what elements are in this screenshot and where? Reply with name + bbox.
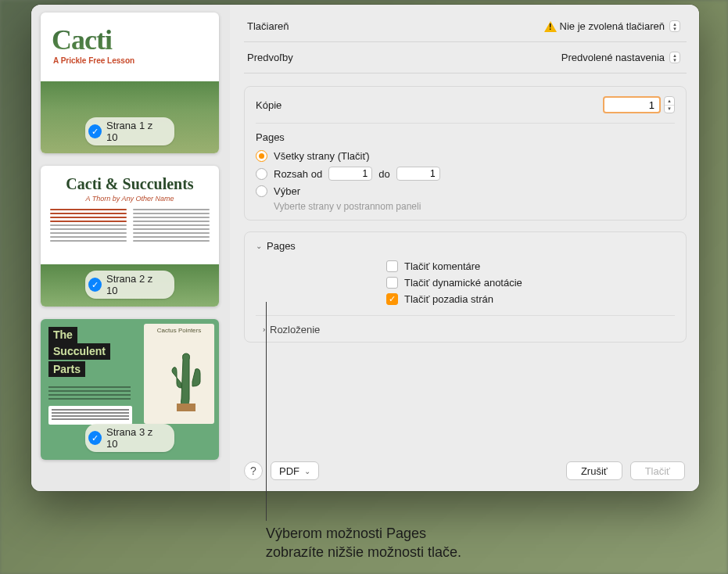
radio-range[interactable]: Rozsah od do [256, 164, 675, 183]
print-options-pane: Tlačiareň Nie je zvolená tlačiareň ▲▼ Pr… [230, 5, 699, 491]
presets-row: Predvoľby Predvolené nastavenia ▲▼ [244, 42, 687, 74]
printer-value: Nie je zvolená tlačiareň [560, 20, 665, 32]
app-pages-heading: Pages [267, 240, 296, 252]
copies-row: Kópie ▲ ▼ [256, 96, 675, 124]
chevron-right-icon: ⌄ [258, 327, 267, 333]
chevron-down-icon: ⌄ [256, 242, 262, 250]
print-backgrounds-label: Tlačiť pozadia strán [404, 293, 493, 305]
print-dialog: Cacti A Prickle Free Lesson ✓ Strana 1 z… [31, 5, 699, 491]
selection-hint: Vyberte strany v postrannom paneli [274, 201, 675, 212]
radio-icon[interactable] [256, 185, 267, 197]
thumbnail-page-2[interactable]: Cacti & Succulents A Thorn by Any Other … [41, 166, 219, 307]
thumb3-right-card: Cactus Pointers [144, 324, 214, 424]
chevron-down-icon: ⌄ [304, 467, 310, 475]
callout-leader-line [266, 302, 267, 521]
help-button[interactable]: ? [244, 461, 263, 480]
presets-popup[interactable]: Predvolené nastavenia ▲▼ [558, 52, 683, 63]
cancel-label: Zrušiť [581, 465, 608, 477]
radio-range-to-label: do [378, 168, 389, 180]
callout-line2: zobrazíte nižšie možnosti tlače. [266, 544, 461, 560]
dialog-bottom-bar: ? PDF ⌄ Zrušiť Tlačiť [244, 450, 687, 482]
checkmark-icon: ✓ [88, 278, 102, 292]
thumb1-badge-label: Strana 1 z 10 [106, 120, 163, 143]
copies-stepper[interactable]: ▲ ▼ [664, 96, 675, 113]
print-button[interactable]: Tlačiť [630, 461, 685, 480]
layout-disclosure[interactable]: ⌄ Rozloženie [256, 315, 675, 335]
callout-line1: Výberom možnosti Pages [266, 526, 426, 541]
svg-rect-0 [177, 404, 195, 411]
copies-label: Kópie [256, 99, 282, 111]
stepper-down-icon[interactable]: ▼ [665, 106, 674, 113]
chevrons-up-down-icon: ▲▼ [669, 20, 680, 32]
presets-label: Predvoľby [247, 52, 293, 63]
app-pages-options: ⌄ Pages Tlačiť komentáre Tlačiť dynamick… [244, 231, 687, 343]
print-annotations-label: Tlačiť dynamické anotácie [404, 277, 522, 289]
presets-value: Predvolené nastavenia [561, 52, 665, 63]
thumb3-right-title: Cactus Pointers [144, 327, 214, 334]
copies-input[interactable] [603, 96, 661, 113]
thumb3-title2: Succulent [48, 343, 110, 360]
cancel-button[interactable]: Zrušiť [566, 461, 622, 480]
radio-all-label: Všetky strany (Tlačiť) [274, 150, 370, 162]
printer-popup[interactable]: Nie je zvolená tlačiareň ▲▼ [557, 20, 683, 32]
thumb3-title1: The [48, 327, 77, 343]
printer-label: Tlačiareň [247, 20, 289, 32]
layout-heading: Rozloženie [270, 324, 320, 335]
app-pages-disclosure[interactable]: ⌄ Pages [256, 240, 675, 252]
radio-selection-label: Výber [274, 185, 300, 197]
checkmark-icon: ✓ [88, 124, 102, 138]
copies-pages-section: Kópie ▲ ▼ Pages Všetky strany (Tlačiť) R… [244, 86, 687, 221]
cactus-icon [166, 352, 205, 414]
radio-selection[interactable]: Výber [256, 183, 675, 199]
chevrons-up-down-icon: ▲▼ [669, 52, 680, 63]
print-label: Tlačiť [645, 465, 670, 477]
check-print-comments[interactable]: Tlačiť komentáre [256, 258, 675, 274]
pdf-label: PDF [279, 465, 299, 477]
thumb2-text-cols [41, 203, 219, 244]
thumb2-subtitle: A Thorn by Any Other Name [41, 195, 219, 203]
thumb3-badge: ✓ Strana 3 z 10 [85, 424, 174, 452]
thumb1-subtitle: A Prickle Free Lesson [53, 56, 219, 65]
thumb1-title: Cacti [52, 23, 219, 56]
thumb2-badge: ✓ Strana 2 z 10 [85, 271, 174, 299]
print-comments-label: Tlačiť komentáre [404, 260, 480, 272]
thumbnail-page-1[interactable]: Cacti A Prickle Free Lesson ✓ Strana 1 z… [41, 13, 219, 153]
radio-range-from-label: Rozsah od [274, 168, 322, 180]
radio-icon[interactable] [256, 168, 267, 180]
checkbox-icon[interactable] [386, 277, 398, 289]
range-to-input[interactable] [396, 167, 440, 181]
radio-all-pages[interactable]: Všetky strany (Tlačiť) [256, 148, 675, 164]
thumbnail-page-3[interactable]: The Succulent Parts Cactus Pointers ✓ [41, 319, 219, 460]
help-icon: ? [250, 465, 256, 477]
pdf-menu-button[interactable]: PDF ⌄ [271, 461, 319, 480]
page-thumbnail-sidebar[interactable]: Cacti A Prickle Free Lesson ✓ Strana 1 z… [31, 5, 230, 491]
callout-text: Výberom možnosti Pages zobrazíte nižšie … [266, 524, 461, 562]
checkmark-icon: ✓ [88, 431, 102, 445]
printer-row: Tlačiareň Nie je zvolená tlačiareň ▲▼ [244, 16, 687, 42]
checkbox-icon[interactable] [386, 260, 398, 272]
thumb3-badge-label: Strana 3 z 10 [106, 426, 163, 450]
checkbox-icon[interactable]: ✓ [386, 293, 398, 305]
stepper-up-icon[interactable]: ▲ [665, 97, 674, 106]
radio-icon[interactable] [256, 150, 267, 162]
warning-icon [544, 21, 557, 32]
check-print-backgrounds[interactable]: ✓ Tlačiť pozadia strán [256, 291, 675, 307]
thumb2-badge-label: Strana 2 z 10 [106, 273, 163, 296]
range-from-input[interactable] [328, 167, 372, 181]
pages-heading: Pages [256, 131, 675, 143]
thumb2-title: Cacti & Succulents [41, 175, 219, 193]
thumb1-badge: ✓ Strana 1 z 10 [85, 117, 174, 145]
check-print-annotations[interactable]: Tlačiť dynamické anotácie [256, 274, 675, 291]
thumb3-title3: Parts [48, 361, 85, 377]
